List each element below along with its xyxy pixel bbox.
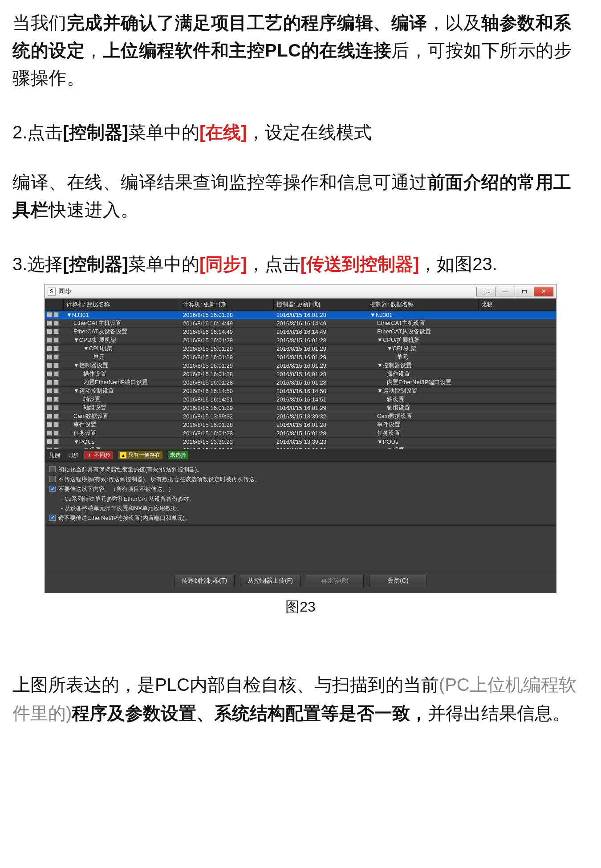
row-checkbox-cell[interactable] [45,447,64,449]
checkbox-icon[interactable] [47,380,52,385]
checkbox-icon[interactable] [47,439,52,444]
local-name-cell: EtherCAT主机设置 [64,319,180,327]
checkbox-icon[interactable] [53,388,59,393]
checkbox-icon[interactable] [47,371,52,377]
maximize-button[interactable] [515,287,534,296]
local-updated-cell: 2016/8/15 13:39:23 [180,438,274,445]
minimize-button[interactable]: — [495,287,515,296]
upload-from-controller-button[interactable]: 从控制器上传(F) [240,575,300,587]
close-button[interactable]: ✕ [534,287,553,296]
table-row[interactable]: ▼POUs2016/8/15 13:39:232016/8/15 13:39:2… [45,438,556,446]
checkbox-icon[interactable] [47,405,52,410]
table-row[interactable]: EtherCAT从设备设置2016/8/16 16:14:492016/8/16… [45,328,556,336]
table-row[interactable]: 轴组设置2016/8/15 16:01:292016/8/15 16:01:29… [45,404,556,412]
trail-b1: 程序及参数设置、系统结构配置等是否一致， [72,703,428,723]
row-checkbox-cell[interactable] [45,354,64,360]
checkbox-icon[interactable] [53,312,59,317]
checkbox-icon[interactable]: ✓ [49,486,56,492]
checkbox-icon[interactable] [49,466,56,472]
row-checkbox-cell[interactable] [45,388,64,393]
checkbox-icon[interactable] [47,422,52,427]
error-icon: ! [86,452,93,458]
row-checkbox-cell[interactable] [45,439,64,444]
checkbox-icon[interactable] [47,320,52,326]
row-checkbox-cell[interactable] [45,380,64,385]
checkbox-icon[interactable] [53,447,59,449]
opt-init-retain[interactable]: 初始化当前具有保持属性变量的值(有效:传送到控制器)。 [49,465,552,474]
row-checkbox-cell[interactable] [45,320,64,326]
checkbox-icon[interactable] [53,371,59,377]
table-row[interactable]: 轴设置2016/8/16 16:14:512016/8/16 16:14:51轴… [45,395,556,404]
row-checkbox-cell[interactable] [45,397,64,402]
table-row[interactable]: ▼CPU机架2016/8/15 16:01:292016/8/15 16:01:… [45,345,556,353]
checkbox-icon[interactable]: ✓ [49,515,56,521]
checkbox-icon[interactable] [47,430,52,436]
row-checkbox-cell[interactable] [45,329,64,334]
checkbox-icon[interactable] [47,363,52,368]
row-checkbox-cell[interactable] [45,346,64,351]
checkbox-icon[interactable] [53,439,59,444]
table-row[interactable]: ▼运动控制设置2016/8/16 16:14:502016/8/16 16:14… [45,387,556,395]
checkbox-icon[interactable] [53,363,59,368]
transfer-to-controller-button[interactable]: 传送到控制器(T) [174,575,235,587]
ctrl-updated-cell: 2016/8/15 16:01:29 [274,345,367,352]
step2-t3: ，设定在线模式 [247,122,372,142]
table-row[interactable]: EtherCAT主机设置2016/8/16 16:14:492016/8/16 … [45,319,556,328]
checkbox-icon[interactable] [53,337,59,343]
checkbox-icon[interactable] [53,320,59,326]
checkbox-icon[interactable] [53,354,59,360]
checkbox-icon[interactable] [49,476,56,482]
opt-no-source[interactable]: 不传送程序源(有效:传送到控制器)。所有数据会在该选项改设定时被再次传送。 [49,475,552,484]
table-row[interactable]: 任务设置2016/8/15 16:01:282016/8/15 16:01:28… [45,429,556,438]
table-row[interactable]: Cam数据设置2016/8/15 13:39:322016/8/15 13:39… [45,412,556,421]
row-checkbox-cell[interactable] [45,371,64,377]
checkbox-icon[interactable] [47,346,52,351]
table-row[interactable]: 操作设置2016/8/15 16:01:282016/8/15 16:01:28… [45,370,556,378]
checkbox-icon[interactable] [53,430,59,436]
table-row[interactable]: ▼控制器设置2016/8/15 16:01:292016/8/15 16:01:… [45,361,556,370]
table-row[interactable]: 事件设置2016/8/15 16:01:282016/8/15 16:01:28… [45,421,556,429]
restore-button[interactable] [476,287,496,296]
table-row[interactable]: ▼CPU/扩展机架2016/8/15 16:01:282016/8/15 16:… [45,336,556,345]
checkbox-icon[interactable] [53,422,59,427]
checkbox-icon[interactable] [53,346,59,351]
row-checkbox-cell[interactable] [45,363,64,368]
step2-note: 编译、在线、编译结果查询监控等操作和信息可通过前面介绍的常用工具栏快速进入。 [12,168,589,223]
local-name-cell: ▼POUs [64,438,180,445]
table-row[interactable]: ▼程序2016/8/15 13:39:232016/8/15 13:39:23▼… [45,446,556,449]
table-row[interactable]: 内置EtherNet/IP端口设置2016/8/15 16:01:282016/… [45,378,556,387]
checkbox-icon[interactable] [53,405,59,410]
ctrl-updated-cell: 2016/8/15 16:01:28 [274,430,367,437]
checkbox-icon[interactable] [47,337,52,343]
local-name-cell: EtherCAT从设备设置 [64,328,180,336]
row-checkbox-cell[interactable] [45,414,64,419]
checkbox-icon[interactable] [47,397,52,402]
checkbox-icon[interactable] [53,414,59,419]
opt-skip-enetip[interactable]: ✓请不要传送EtherNet/IP连接设置(内置端口和单元)。 [49,514,552,523]
close-dialog-button[interactable]: 关闭(C) [369,575,427,587]
table-row[interactable]: 单元2016/8/15 16:01:292016/8/15 16:01:29单元 [45,353,556,361]
row-checkbox-cell[interactable] [45,312,64,317]
checkbox-icon[interactable] [53,329,59,334]
hdr-ctrl-name: 控制器: 数据名称 [367,299,479,310]
checkbox-icon[interactable] [47,414,52,419]
table-row[interactable]: ▼NJ3012016/8/15 16:01:282016/8/15 16:01:… [45,311,556,319]
recompare-button[interactable]: 再比较(R) [306,575,364,587]
checkbox-icon[interactable] [47,329,52,334]
row-checkbox-cell[interactable] [45,337,64,343]
row-checkbox-cell[interactable] [45,430,64,436]
dialog-buttons: 传送到控制器(T) 从控制器上传(F) 再比较(R) 关闭(C) [45,570,556,592]
checkbox-icon[interactable] [47,312,52,317]
ctrl-name-cell: Cam数据设置 [367,412,479,420]
row-checkbox-cell[interactable] [45,405,64,410]
tree-rows[interactable]: ▼NJ3012016/8/15 16:01:282016/8/15 16:01:… [45,311,556,449]
checkbox-icon[interactable] [53,380,59,385]
local-name-cell: ▼运动控制设置 [64,387,180,395]
checkbox-icon[interactable] [53,397,59,402]
checkbox-icon[interactable] [47,447,52,449]
checkbox-icon[interactable] [47,354,52,360]
step3-t2: 菜单中的 [128,254,199,274]
checkbox-icon[interactable] [47,388,52,393]
opt-skip-items[interactable]: ✓不要传送以下内容。（所有项目不被传送。） [49,485,552,494]
row-checkbox-cell[interactable] [45,422,64,427]
